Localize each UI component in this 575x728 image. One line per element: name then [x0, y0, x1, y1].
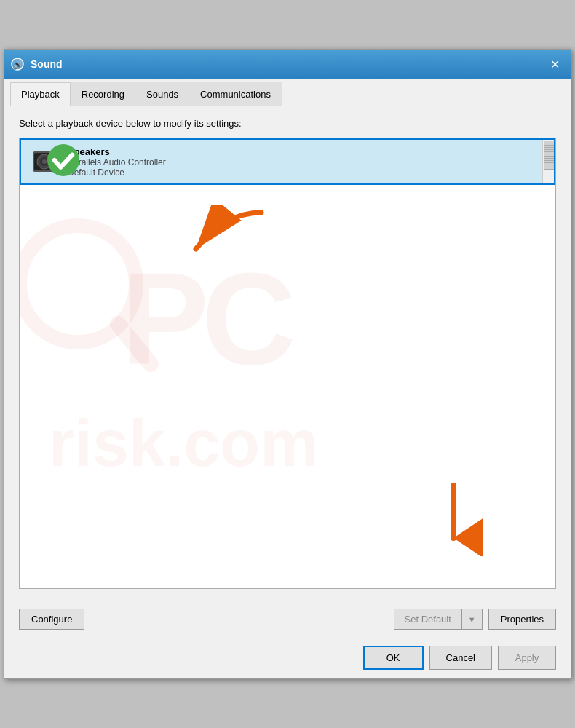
device-item-speakers[interactable]: Speakers Parallels Audio Controller Defa… — [20, 138, 555, 185]
configure-button[interactable]: Configure — [19, 609, 84, 630]
svg-point-6 — [42, 159, 47, 164]
content-area: Select a playback device below to modify… — [4, 106, 571, 601]
arrow-annotation — [181, 205, 269, 281]
device-status: Default Device — [68, 167, 547, 178]
properties-button[interactable]: Properties — [488, 609, 556, 630]
svg-text:🔊: 🔊 — [12, 59, 23, 70]
set-default-container: Set Default ▼ — [394, 609, 483, 630]
set-default-dropdown-button[interactable]: ▼ — [461, 609, 483, 630]
apply-button[interactable]: Apply — [498, 646, 556, 670]
speaker-icon — [28, 146, 60, 178]
footer-buttons: OK Cancel Apply — [4, 637, 571, 678]
svg-text:risk.com: risk.com — [49, 407, 318, 480]
instruction-text: Select a playback device below to modify… — [19, 118, 556, 129]
device-list[interactable]: Speakers Parallels Audio Controller Defa… — [19, 138, 556, 589]
set-default-button[interactable]: Set Default — [394, 609, 461, 630]
default-check-icon — [47, 144, 79, 176]
scrollbar[interactable] — [542, 140, 554, 183]
tab-sounds[interactable]: Sounds — [135, 82, 189, 106]
device-name: Speakers — [68, 146, 547, 157]
svg-point-10 — [20, 226, 136, 342]
title-bar-left: 🔊 Sound — [10, 57, 63, 71]
tab-communications[interactable]: Communications — [189, 82, 282, 106]
device-driver: Parallels Audio Controller — [68, 157, 547, 167]
tabs-container: Playback Recording Sounds Communications — [4, 79, 571, 106]
title-bar: 🔊 Sound ✕ — [4, 50, 571, 79]
cancel-button[interactable]: Cancel — [429, 646, 492, 670]
scrollbar-thumb — [544, 141, 554, 170]
down-arrow-annotation — [424, 483, 483, 559]
device-info: Speakers Parallels Audio Controller Defa… — [68, 146, 547, 178]
sound-icon: 🔊 — [10, 57, 25, 71]
tab-playback[interactable]: Playback — [10, 82, 71, 106]
svg-point-8 — [47, 144, 79, 176]
close-button[interactable]: ✕ — [544, 54, 565, 74]
bottom-buttons: Configure Set Default ▼ Properties — [4, 601, 571, 637]
tab-recording[interactable]: Recording — [71, 82, 135, 106]
ok-button[interactable]: OK — [363, 646, 424, 670]
svg-line-11 — [118, 324, 151, 364]
sound-dialog: 🔊 Sound ✕ Playback Recording Sounds Comm… — [4, 49, 571, 679]
dialog-title: Sound — [31, 58, 63, 70]
watermark: PC risk.com — [20, 138, 544, 588]
svg-text:PC: PC — [122, 245, 293, 392]
